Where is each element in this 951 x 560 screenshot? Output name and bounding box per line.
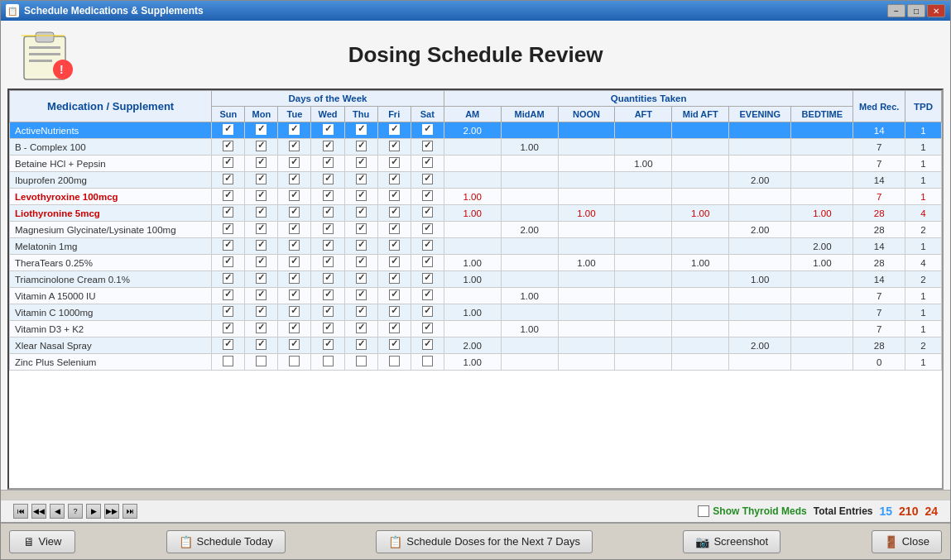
checkbox-thu[interactable] [344,337,377,354]
table-row[interactable]: TheraTears 0.25%1.001.001.001.00284 [10,255,942,271]
checkbox-thu[interactable] [344,172,377,189]
checkbox-thu[interactable] [344,288,377,304]
checkbox-sat[interactable] [411,172,444,189]
checkbox-sat[interactable] [411,122,444,139]
checkbox-fri[interactable] [377,222,411,238]
checkbox-tue[interactable] [278,122,311,139]
checkbox-wed[interactable] [311,122,344,139]
nav-first-button[interactable]: ⏮ [13,504,28,519]
checkbox-wed[interactable] [311,172,344,189]
checkbox-fri[interactable] [377,337,411,354]
checkbox-sun[interactable] [212,337,245,354]
checkbox-wed[interactable] [311,271,344,288]
table-row[interactable]: Liothyronine 5mcg1.001.001.001.00284 [10,205,942,222]
checkbox-mon[interactable] [245,189,278,205]
table-row[interactable]: ActiveNutrients2.00141 [10,122,942,139]
checkbox-mon[interactable] [245,321,278,337]
table-row[interactable]: Triamcinolone Cream 0.1%1.001.00142 [10,271,942,288]
checkbox-sat[interactable] [411,271,444,288]
table-row[interactable]: Xlear Nasal Spray2.002.00282 [10,337,942,354]
checkbox-wed[interactable] [311,288,344,304]
checkbox-tue[interactable] [278,189,311,205]
checkbox-mon[interactable] [245,139,278,156]
scrollbar-area[interactable] [1,490,950,500]
checkbox-mon[interactable] [245,222,278,238]
checkbox-sun[interactable] [212,288,245,304]
checkbox-tue[interactable] [278,321,311,337]
checkbox-fri[interactable] [377,271,411,288]
table-row[interactable]: Ibuprofen 200mg2.00141 [10,172,942,189]
checkbox-sun[interactable] [212,354,245,371]
view-button[interactable]: 🖥 View [9,530,75,553]
checkbox-tue[interactable] [278,156,311,172]
checkbox-sat[interactable] [411,156,444,172]
checkbox-tue[interactable] [278,337,311,354]
checkbox-mon[interactable] [245,255,278,271]
checkbox-sat[interactable] [411,304,444,321]
checkbox-wed[interactable] [311,321,344,337]
checkbox-thu[interactable] [344,156,377,172]
checkbox-sun[interactable] [212,238,245,255]
checkbox-mon[interactable] [245,337,278,354]
checkbox-sat[interactable] [411,255,444,271]
checkbox-thu[interactable] [344,205,377,222]
checkbox-thu[interactable] [344,238,377,255]
table-row[interactable]: Zinc Plus Selenium1.0001 [10,354,942,371]
checkbox-sun[interactable] [212,304,245,321]
nav-last-button[interactable]: ⏭ [122,504,137,519]
checkbox-wed[interactable] [311,354,344,371]
checkbox-sat[interactable] [411,321,444,337]
checkbox-sat[interactable] [411,205,444,222]
checkbox-mon[interactable] [245,205,278,222]
checkbox-fri[interactable] [377,288,411,304]
checkbox-mon[interactable] [245,354,278,371]
checkbox-tue[interactable] [278,222,311,238]
medications-table-container[interactable]: Medication / Supplement Days of the Week… [7,89,944,490]
checkbox-fri[interactable] [377,238,411,255]
checkbox-fri[interactable] [377,139,411,156]
checkbox-sun[interactable] [212,189,245,205]
checkbox-thu[interactable] [344,304,377,321]
checkbox-tue[interactable] [278,271,311,288]
table-row[interactable]: B - Complex 1001.0071 [10,139,942,156]
checkbox-wed[interactable] [311,156,344,172]
checkbox-sun[interactable] [212,139,245,156]
checkbox-mon[interactable] [245,238,278,255]
checkbox-sat[interactable] [411,337,444,354]
checkbox-tue[interactable] [278,354,311,371]
window-close-button[interactable]: ✕ [927,4,945,17]
checkbox-sat[interactable] [411,189,444,205]
nav-help-button[interactable]: ? [68,504,83,519]
nav-next-button[interactable]: ▶ [86,504,101,519]
screenshot-button[interactable]: 📷 Screenshot [683,530,780,553]
checkbox-fri[interactable] [377,354,411,371]
checkbox-wed[interactable] [311,205,344,222]
checkbox-mon[interactable] [245,172,278,189]
checkbox-mon[interactable] [245,304,278,321]
checkbox-fri[interactable] [377,172,411,189]
checkbox-tue[interactable] [278,172,311,189]
checkbox-fri[interactable] [377,205,411,222]
schedule-today-button[interactable]: 📋 Schedule Today [166,530,286,553]
checkbox-mon[interactable] [245,156,278,172]
maximize-button[interactable]: □ [907,4,925,17]
minimize-button[interactable]: − [887,4,905,17]
checkbox-sun[interactable] [212,222,245,238]
checkbox-sun[interactable] [212,122,245,139]
checkbox-mon[interactable] [245,122,278,139]
table-row[interactable]: Vitamin C 1000mg1.0071 [10,304,942,321]
checkbox-thu[interactable] [344,354,377,371]
checkbox-thu[interactable] [344,222,377,238]
checkbox-wed[interactable] [311,337,344,354]
checkbox-sun[interactable] [212,205,245,222]
checkbox-wed[interactable] [311,238,344,255]
checkbox-sun[interactable] [212,271,245,288]
checkbox-tue[interactable] [278,304,311,321]
checkbox-thu[interactable] [344,139,377,156]
checkbox-sun[interactable] [212,321,245,337]
checkbox-wed[interactable] [311,255,344,271]
checkbox-sat[interactable] [411,354,444,371]
checkbox-sun[interactable] [212,255,245,271]
checkbox-tue[interactable] [278,255,311,271]
checkbox-wed[interactable] [311,139,344,156]
